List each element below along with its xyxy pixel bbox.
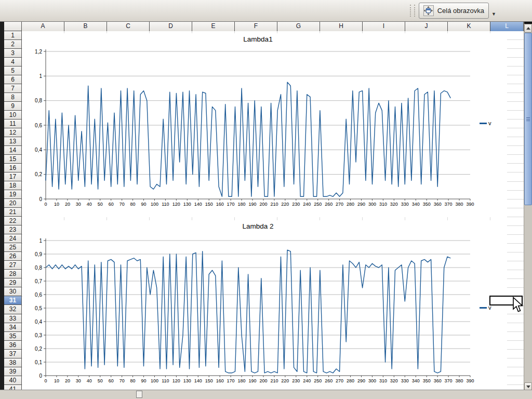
row-header-14[interactable]: 14 bbox=[4, 146, 21, 155]
row-header-27[interactable]: 27 bbox=[4, 261, 21, 270]
tab-scrollbar-splitter[interactable] bbox=[136, 391, 142, 398]
arrow-down-icon bbox=[526, 385, 530, 388]
row-header-38[interactable]: 38 bbox=[4, 358, 21, 367]
chart-lambda1[interactable]: 1,210,80,60,40,2001020304050607080901001… bbox=[22, 33, 507, 217]
row-header-41[interactable]: 41 bbox=[4, 385, 21, 390]
svg-text:50: 50 bbox=[98, 378, 103, 383]
row-header-24[interactable]: 24 bbox=[4, 234, 21, 243]
row-header-39[interactable]: 39 bbox=[4, 367, 21, 376]
svg-text:140: 140 bbox=[194, 378, 202, 383]
svg-text:50: 50 bbox=[98, 202, 103, 207]
svg-text:370: 370 bbox=[445, 202, 453, 207]
svg-text:0,2: 0,2 bbox=[35, 346, 42, 352]
svg-text:110: 110 bbox=[162, 202, 169, 207]
vertical-scrollbar[interactable] bbox=[524, 22, 532, 390]
row-header-21[interactable]: 21 bbox=[4, 208, 21, 217]
svg-text:130: 130 bbox=[183, 202, 191, 207]
row-header-18[interactable]: 18 bbox=[4, 181, 21, 190]
row-header-25[interactable]: 25 bbox=[4, 243, 21, 252]
row-header-29[interactable]: 29 bbox=[4, 278, 21, 287]
row-header-8[interactable]: 8 bbox=[4, 93, 21, 102]
row-header-7[interactable]: 7 bbox=[4, 84, 21, 93]
scroll-up-button[interactable] bbox=[524, 24, 532, 33]
svg-text:20: 20 bbox=[65, 202, 70, 207]
arrow-up-icon bbox=[526, 27, 530, 30]
row-header-4[interactable]: 4 bbox=[4, 58, 21, 66]
column-header-L[interactable]: L bbox=[490, 22, 524, 31]
svg-text:210: 210 bbox=[270, 202, 278, 207]
vertical-scrollbar-thumb[interactable] bbox=[524, 33, 532, 205]
column-header-H[interactable]: H bbox=[320, 22, 363, 31]
row-header-16[interactable]: 16 bbox=[4, 164, 21, 172]
selected-cell-L31[interactable] bbox=[489, 296, 523, 305]
svg-text:120: 120 bbox=[172, 378, 180, 383]
row-header-33[interactable]: 33 bbox=[4, 314, 21, 323]
svg-text:310: 310 bbox=[379, 378, 387, 383]
svg-text:10: 10 bbox=[54, 202, 59, 207]
row-header-15[interactable]: 15 bbox=[4, 155, 21, 164]
svg-text:170: 170 bbox=[227, 378, 235, 383]
row-header-11[interactable]: 11 bbox=[4, 119, 21, 128]
row-header-17[interactable]: 17 bbox=[4, 172, 21, 181]
column-headers: ABCDEFGHIJKL bbox=[22, 22, 524, 31]
svg-text:300: 300 bbox=[368, 202, 376, 207]
row-header-34[interactable]: 34 bbox=[4, 323, 21, 332]
row-header-3[interactable]: 3 bbox=[4, 49, 21, 58]
row-header-20[interactable]: 20 bbox=[4, 199, 21, 208]
row-header-19[interactable]: 19 bbox=[4, 190, 21, 199]
row-header-31[interactable]: 31 bbox=[4, 296, 21, 305]
svg-text:240: 240 bbox=[303, 202, 311, 207]
svg-text:70: 70 bbox=[119, 202, 125, 207]
row-header-10[interactable]: 10 bbox=[4, 111, 21, 119]
row-header-9[interactable]: 9 bbox=[4, 102, 21, 111]
row-header-37[interactable]: 37 bbox=[4, 350, 21, 358]
row-header-23[interactable]: 23 bbox=[4, 225, 21, 234]
column-header-I[interactable]: I bbox=[363, 22, 405, 31]
row-header-13[interactable]: 13 bbox=[4, 137, 21, 146]
row-header-30[interactable]: 30 bbox=[4, 287, 21, 296]
row-header-22[interactable]: 22 bbox=[4, 217, 21, 225]
svg-text:350: 350 bbox=[423, 202, 431, 207]
svg-text:170: 170 bbox=[227, 202, 235, 207]
column-header-D[interactable]: D bbox=[150, 22, 192, 31]
chart-lambda2[interactable]: 10,90,80,70,60,50,40,30,20,1001020304050… bbox=[22, 220, 507, 390]
row-header-12[interactable]: 12 bbox=[4, 128, 21, 137]
column-header-J[interactable]: J bbox=[405, 22, 448, 31]
fullscreen-toggle-button[interactable]: Celá obrazovka bbox=[419, 3, 489, 19]
svg-text:80: 80 bbox=[130, 202, 136, 207]
toolbar-chevron-down-icon[interactable]: ▼ bbox=[490, 10, 497, 18]
floating-toolbar-strip: Celá obrazovka ▼ bbox=[0, 0, 532, 22]
row-header-28[interactable]: 28 bbox=[4, 270, 21, 278]
svg-text:190: 190 bbox=[249, 378, 257, 383]
row-header-40[interactable]: 40 bbox=[4, 376, 21, 385]
row-header-1[interactable]: 1 bbox=[4, 31, 21, 40]
legend-line-sample bbox=[480, 307, 487, 309]
column-header-F[interactable]: F bbox=[235, 22, 277, 31]
chart-lambda2-title: Lambda 2 bbox=[22, 222, 494, 230]
row-header-6[interactable]: 6 bbox=[4, 75, 21, 84]
row-header-36[interactable]: 36 bbox=[4, 341, 21, 350]
window-left-edge bbox=[0, 22, 4, 390]
select-all-corner[interactable] bbox=[4, 22, 22, 31]
svg-text:220: 220 bbox=[281, 378, 289, 383]
svg-text:230: 230 bbox=[292, 202, 300, 207]
column-header-K[interactable]: K bbox=[448, 22, 490, 31]
svg-text:1,2: 1,2 bbox=[35, 49, 42, 55]
row-header-26[interactable]: 26 bbox=[4, 252, 21, 261]
svg-text:360: 360 bbox=[434, 378, 442, 383]
row-header-2[interactable]: 2 bbox=[4, 40, 21, 49]
row-header-35[interactable]: 35 bbox=[4, 332, 21, 341]
fullscreen-icon bbox=[423, 5, 434, 16]
svg-text:150: 150 bbox=[205, 202, 213, 207]
row-header-32[interactable]: 32 bbox=[4, 305, 21, 314]
column-header-A[interactable]: A bbox=[22, 22, 64, 31]
column-header-G[interactable]: G bbox=[277, 22, 320, 31]
svg-text:0: 0 bbox=[44, 202, 47, 207]
toolbar-grip-handle[interactable] bbox=[410, 5, 415, 17]
svg-text:0,3: 0,3 bbox=[35, 332, 42, 338]
row-header-5[interactable]: 5 bbox=[4, 66, 21, 75]
column-header-C[interactable]: C bbox=[107, 22, 150, 31]
sheet-tab-bar bbox=[0, 390, 532, 399]
column-header-B[interactable]: B bbox=[64, 22, 107, 31]
column-header-E[interactable]: E bbox=[192, 22, 235, 31]
